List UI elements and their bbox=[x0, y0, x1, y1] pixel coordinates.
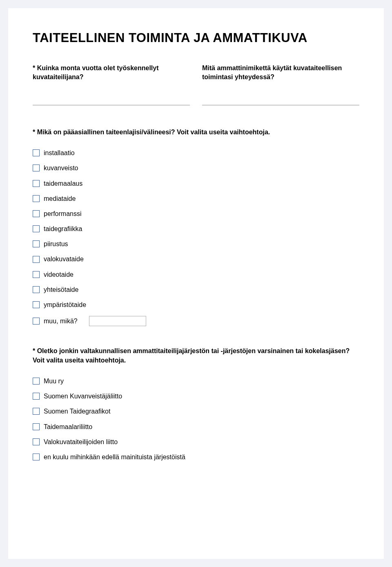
checkbox-valokuvataiteilijat[interactable] bbox=[33, 438, 40, 445]
question-label-jobtitle: Mitä ammattinimikettä käytät kuvataiteel… bbox=[202, 64, 359, 82]
checkbox-label: piirustus bbox=[44, 240, 68, 248]
checkbox-item-performanssi: performanssi bbox=[33, 210, 359, 218]
checkbox-item-enkuulu: en kuulu mihinkään edellä mainituista jä… bbox=[33, 453, 359, 461]
checkbox-label: installaatio bbox=[44, 149, 75, 157]
checkbox-piirustus[interactable] bbox=[33, 240, 40, 247]
two-column-row: * Kuinka monta vuotta olet työskennellyt… bbox=[33, 64, 359, 105]
checkbox-item-ymparistotaide: ympäristötaide bbox=[33, 301, 359, 309]
checkbox-kuvanveisto[interactable] bbox=[33, 165, 40, 171]
checkbox-label: Valokuvataiteilijoiden liitto bbox=[44, 438, 118, 446]
question-job-title: Mitä ammattinimikettä käytät kuvataiteel… bbox=[202, 64, 359, 105]
checkbox-taidegrafiikka[interactable] bbox=[33, 225, 40, 232]
checkbox-item-yhteisotaide: yhteisötaide bbox=[33, 286, 359, 294]
form-page: TAITEELLINEN TOIMINTA JA AMMATTIKUVA * K… bbox=[8, 8, 384, 559]
checkbox-label: taidemaalaus bbox=[44, 180, 82, 187]
checkbox-item-muu: muu, mikä? bbox=[33, 316, 359, 326]
checkbox-mediataide[interactable] bbox=[33, 195, 40, 202]
checkbox-item-piirustus: piirustus bbox=[33, 240, 359, 248]
question-label-membership: * Oletko jonkin valtakunnallisen ammatti… bbox=[33, 347, 359, 365]
checkbox-item-muury: Muu ry bbox=[33, 377, 359, 385]
checkbox-label: Taidemaalariliitto bbox=[44, 423, 92, 431]
checkbox-label: yhteisötaide bbox=[44, 286, 78, 294]
checkbox-installaatio[interactable] bbox=[33, 149, 40, 156]
muu-text-input[interactable] bbox=[89, 316, 146, 326]
checkbox-enkuulu[interactable] bbox=[33, 454, 40, 460]
checkbox-taidegraafikot[interactable] bbox=[33, 408, 40, 415]
checkbox-item-taidemaalariliitto: Taidemaalariliitto bbox=[33, 423, 359, 431]
checkbox-label: muu, mikä? bbox=[44, 317, 78, 325]
medium-checkbox-list: installaatio kuvanveisto taidemaalaus me… bbox=[33, 149, 359, 326]
years-input[interactable] bbox=[33, 94, 190, 105]
checkbox-item-taidegrafiikka: taidegrafiikka bbox=[33, 225, 359, 233]
checkbox-item-valokuvataiteilijat: Valokuvataiteilijoiden liitto bbox=[33, 438, 359, 446]
checkbox-muu[interactable] bbox=[33, 318, 40, 325]
question-label-years: * Kuinka monta vuotta olet työskennellyt… bbox=[33, 64, 190, 82]
checkbox-item-mediataide: mediataide bbox=[33, 195, 359, 202]
checkbox-valokuvataide[interactable] bbox=[33, 256, 40, 263]
checkbox-ymparistotaide[interactable] bbox=[33, 301, 40, 308]
question-label-medium: * Mikä on pääasiallinen taiteenlajisi/vä… bbox=[33, 128, 359, 137]
checkbox-item-valokuvataide: valokuvataide bbox=[33, 255, 359, 263]
checkbox-label: performanssi bbox=[44, 210, 81, 218]
page-title: TAITEELLINEN TOIMINTA JA AMMATTIKUVA bbox=[33, 31, 359, 45]
question-years-worked: * Kuinka monta vuotta olet työskennellyt… bbox=[33, 64, 190, 105]
checkbox-performanssi[interactable] bbox=[33, 210, 40, 217]
question-art-medium: * Mikä on pääasiallinen taiteenlajisi/vä… bbox=[33, 128, 359, 326]
checkbox-label: Suomen Taidegraafikot bbox=[44, 407, 110, 415]
checkbox-item-kuvanveistajat: Suomen Kuvanveistäjäliitto bbox=[33, 392, 359, 400]
checkbox-item-videotaide: videotaide bbox=[33, 271, 359, 278]
checkbox-item-taidegraafikot: Suomen Taidegraafikot bbox=[33, 407, 359, 415]
checkbox-item-taidemaalaus: taidemaalaus bbox=[33, 180, 359, 187]
checkbox-item-kuvanveisto: kuvanveisto bbox=[33, 164, 359, 172]
checkbox-videotaide[interactable] bbox=[33, 271, 40, 278]
membership-checkbox-list: Muu ry Suomen Kuvanveistäjäliitto Suomen… bbox=[33, 377, 359, 461]
checkbox-taidemaalariliitto[interactable] bbox=[33, 423, 40, 430]
checkbox-label: mediataide bbox=[44, 195, 76, 202]
checkbox-kuvanveistajat[interactable] bbox=[33, 393, 40, 400]
checkbox-yhteisotaide[interactable] bbox=[33, 286, 40, 293]
checkbox-label: Suomen Kuvanveistäjäliitto bbox=[44, 392, 122, 400]
checkbox-label: kuvanveisto bbox=[44, 164, 78, 172]
checkbox-label: ympäristötaide bbox=[44, 301, 86, 309]
jobtitle-input[interactable] bbox=[202, 94, 359, 105]
checkbox-label: en kuulu mihinkään edellä mainituista jä… bbox=[44, 453, 185, 461]
checkbox-label: valokuvataide bbox=[44, 255, 84, 263]
checkbox-muury[interactable] bbox=[33, 378, 40, 385]
checkbox-taidemaalaus[interactable] bbox=[33, 180, 40, 187]
checkbox-label: Muu ry bbox=[44, 377, 64, 385]
question-membership: * Oletko jonkin valtakunnallisen ammatti… bbox=[33, 347, 359, 461]
checkbox-item-installaatio: installaatio bbox=[33, 149, 359, 157]
checkbox-label: taidegrafiikka bbox=[44, 225, 82, 233]
checkbox-label: videotaide bbox=[44, 271, 74, 278]
